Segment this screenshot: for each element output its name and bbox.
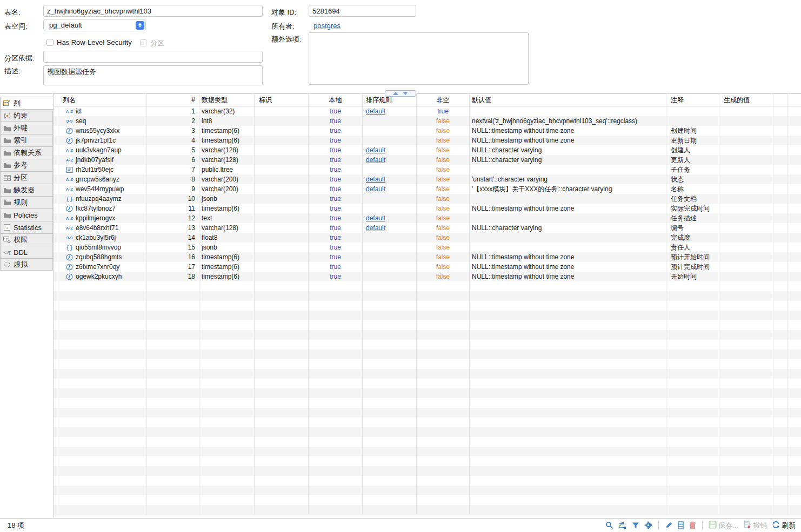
cell-local[interactable]: true xyxy=(309,252,363,262)
collation-link[interactable]: default xyxy=(366,185,385,193)
cell-default[interactable]: NULL::character varying xyxy=(470,223,666,233)
save-button[interactable]: 保存... xyxy=(709,521,738,530)
collapse-up-icon[interactable] xyxy=(393,92,398,95)
cell-name[interactable]: 0-9ck1abu3yl5r6j xyxy=(58,233,147,243)
cell-name[interactable]: A-Ze8v64b8rxhf71 xyxy=(58,223,147,233)
sidebar-tab-参考[interactable]: 参考 xyxy=(0,159,53,171)
table-row[interactable]: A-Zjndkb07yafslf6varchar(128)truedefault… xyxy=(54,155,801,165)
settings-gear-icon[interactable] xyxy=(644,521,652,529)
sidebar-tab-依赖关系[interactable]: 依赖关系 xyxy=(0,146,53,159)
cell-type[interactable]: public.ltree xyxy=(199,165,255,174)
table-row[interactable]: A-Zwev54f4mypuwp9varchar(200)truedefault… xyxy=(54,184,801,194)
cell-comment[interactable]: 更新人 xyxy=(666,155,719,165)
cell-notnull[interactable]: false xyxy=(417,272,470,281)
tablespace-select[interactable]: pg_default xyxy=(43,19,146,31)
cell-default[interactable] xyxy=(470,233,666,243)
cell-comment[interactable]: 预计完成时间 xyxy=(666,262,719,272)
cell-default[interactable]: '【xxxx模块】关于XXX的任务'::character varying xyxy=(470,184,666,194)
cell-name[interactable]: A-Zwev54f4mypuwp xyxy=(58,184,147,194)
cell-type[interactable]: int8 xyxy=(199,116,255,126)
cell-type[interactable]: jsonb xyxy=(199,194,255,204)
table-row[interactable]: z6fxme7xnr0qy17timestamp(6)truefalseNULL… xyxy=(54,262,801,272)
cell-local[interactable]: true xyxy=(309,155,363,165)
cell-num[interactable]: 12 xyxy=(147,213,199,223)
table-row[interactable]: 0-9ck1abu3yl5r6j14float8truefalse完成度 xyxy=(54,233,801,243)
cell-notnull[interactable]: false xyxy=(417,223,470,233)
cell-notnull[interactable]: false xyxy=(417,243,470,252)
cell-collation[interactable] xyxy=(363,116,417,126)
cell-local[interactable]: true xyxy=(309,233,363,243)
cell-type[interactable]: varchar(128) xyxy=(199,145,255,155)
cell-local[interactable]: true xyxy=(309,262,363,272)
cell-num[interactable]: 17 xyxy=(147,262,199,272)
cell-name[interactable]: A-Zkppilmjerogvx xyxy=(58,213,147,223)
cell-collation[interactable]: default xyxy=(363,106,417,116)
cell-generated[interactable] xyxy=(719,262,773,272)
sidebar-tab-虚拟[interactable]: 虚拟 xyxy=(0,258,53,271)
cell-identity[interactable] xyxy=(255,194,309,204)
cell-default[interactable] xyxy=(470,243,666,252)
cell-default[interactable]: NULL::timestamp without time zone xyxy=(470,126,666,136)
cell-comment[interactable]: 责任人 xyxy=(666,243,719,252)
table-row[interactable]: A-Zuuk3vkagn7aup5varchar(128)truedefault… xyxy=(54,145,801,155)
cell-comment[interactable]: 开始时间 xyxy=(666,272,719,281)
header-ordinal[interactable]: # xyxy=(147,94,199,106)
cell-identity[interactable] xyxy=(255,165,309,174)
grid-config-icon[interactable] xyxy=(618,522,627,529)
splitter-collapse-control[interactable] xyxy=(385,90,416,97)
cell-identity[interactable] xyxy=(255,155,309,165)
table-row[interactable]: { }qio55ml8mvvop15jsonbtruefalse责任人 xyxy=(54,243,801,252)
cell-identity[interactable] xyxy=(255,213,309,223)
cell-collation[interactable] xyxy=(363,204,417,213)
collapse-down-icon[interactable] xyxy=(403,92,408,95)
sidebar-tab-规则[interactable]: 规则 xyxy=(0,196,53,208)
sidebar-tab-触发器[interactable]: 触发器 xyxy=(0,184,53,196)
sidebar-tab-Statistics[interactable]: iStatistics xyxy=(0,221,53,233)
cell-collation[interactable] xyxy=(363,272,417,281)
cell-local[interactable]: true xyxy=(309,136,363,145)
cell-generated[interactable] xyxy=(719,272,773,281)
cell-notnull[interactable]: false xyxy=(417,184,470,194)
cell-default[interactable]: NULL::timestamp without time zone xyxy=(470,136,666,145)
cell-local[interactable]: true xyxy=(309,106,363,116)
sidebar-tab-DDL[interactable]: <>TDDL xyxy=(0,246,53,258)
cell-num[interactable]: 11 xyxy=(147,204,199,213)
cell-default[interactable]: NULL::character varying xyxy=(470,145,666,155)
collation-link[interactable]: default xyxy=(366,146,385,154)
cell-collation[interactable] xyxy=(363,233,417,243)
cell-num[interactable]: 4 xyxy=(147,136,199,145)
table-row[interactable]: rh2ut1tr50ejc7public.ltreetruefalse子任务 xyxy=(54,165,801,174)
cell-local[interactable]: true xyxy=(309,223,363,233)
header-comment[interactable]: 注释 xyxy=(666,94,719,106)
cell-local[interactable]: true xyxy=(309,184,363,194)
cell-comment[interactable] xyxy=(666,106,719,116)
cell-comment[interactable]: 完成度 xyxy=(666,233,719,243)
cell-default[interactable] xyxy=(470,165,666,174)
table-row[interactable]: 0-9seq2int8truefalsenextval('z_hwjhno6gy… xyxy=(54,116,801,126)
cell-comment[interactable]: 创建人 xyxy=(666,145,719,155)
filter-icon[interactable] xyxy=(632,522,639,529)
cell-name[interactable]: A-Zid xyxy=(58,106,147,116)
cell-local[interactable]: true xyxy=(309,165,363,174)
cell-num[interactable]: 13 xyxy=(147,223,199,233)
cell-default[interactable]: 'unstart'::character varying xyxy=(470,174,666,184)
cell-generated[interactable] xyxy=(719,233,773,243)
header-data-type[interactable]: 数据类型 xyxy=(199,94,255,106)
cell-collation[interactable] xyxy=(363,194,417,204)
cell-identity[interactable] xyxy=(255,252,309,262)
table-row[interactable]: A-Ze8v64b8rxhf7113varchar(128)truedefaul… xyxy=(54,223,801,233)
cell-collation[interactable]: default xyxy=(363,174,417,184)
cell-notnull[interactable]: false xyxy=(417,233,470,243)
cell-generated[interactable] xyxy=(719,165,773,174)
cell-type[interactable]: text xyxy=(199,213,255,223)
cell-type[interactable]: timestamp(6) xyxy=(199,136,255,145)
cell-default[interactable]: NULL::timestamp without time zone xyxy=(470,262,666,272)
table-row[interactable]: A-Zid1varchar(32)truedefaulttrue xyxy=(54,106,801,116)
cell-notnull[interactable]: false xyxy=(417,126,470,136)
cell-num[interactable]: 2 xyxy=(147,116,199,126)
cell-identity[interactable] xyxy=(255,272,309,281)
cell-local[interactable]: true xyxy=(309,174,363,184)
cell-identity[interactable] xyxy=(255,174,309,184)
cell-notnull[interactable]: false xyxy=(417,174,470,184)
table-row[interactable]: zqubq588hgmts16timestamp(6)truefalseNULL… xyxy=(54,252,801,262)
